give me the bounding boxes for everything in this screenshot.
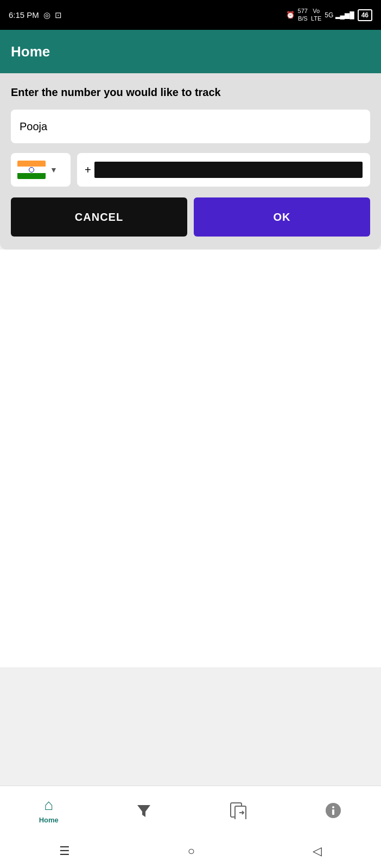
home-icon: ⌂ [44,796,53,814]
home-system-icon[interactable]: ○ [188,844,195,858]
back-icon[interactable]: ◁ [313,844,322,858]
ok-button[interactable]: OK [194,197,370,237]
phone-number-masked [94,162,363,178]
network-speed: 577B/S [298,8,308,22]
notification-icon: ◎ [43,10,50,20]
svg-point-5 [332,806,334,808]
nav-home-label: Home [39,816,59,824]
phone-row: ▼ + [11,153,370,187]
nav-item-transfer[interactable] [230,802,247,819]
phone-input-container[interactable]: + [77,153,370,187]
time-display: 6:15 PM [9,10,39,20]
cancel-button[interactable]: CANCEL [11,197,187,237]
volte-label: VoLTE [311,8,321,22]
nav-item-home[interactable]: ⌂ Home [39,796,59,824]
dialog-container: Enter the number you would like to track… [0,73,381,250]
phone-prefix: + [85,164,91,176]
transfer-icon [230,802,247,819]
ashoka-chakra [29,167,34,173]
extra-icon: ⊡ [55,10,62,20]
flag-orange-stripe [17,161,46,167]
name-input[interactable] [11,110,370,143]
menu-icon[interactable]: ☰ [59,844,70,858]
alarm-icon: ⏰ [286,11,295,19]
nav-item-info[interactable] [325,802,342,819]
info-icon [325,802,342,819]
status-right: ⏰ 577B/S VoLTE 5G ▂▄▆█ 46 [286,8,372,22]
flag-green-stripe [17,173,46,179]
main-content [0,250,381,667]
app-bar-title: Home [11,43,50,60]
svg-rect-6 [332,809,334,815]
india-flag [17,161,46,179]
flag-white-stripe [17,167,46,173]
country-picker[interactable]: ▼ [11,153,71,187]
signal-strength: 5G ▂▄▆█ [325,11,354,19]
bottom-nav: ⌂ Home [0,786,381,834]
status-bar: 6:15 PM ◎ ⊡ ⏰ 577B/S VoLTE 5G ▂▄▆█ 46 [0,0,381,30]
app-bar: Home [0,30,381,73]
svg-marker-0 [137,805,150,817]
dropdown-arrow-icon: ▼ [50,165,58,174]
buttons-row: CANCEL OK [11,197,370,237]
status-left: 6:15 PM ◎ ⊡ [9,10,62,20]
filter-icon [136,803,151,818]
dialog-title: Enter the number you would like to track [11,86,370,99]
system-nav: ☰ ○ ◁ [0,834,381,868]
battery-indicator: 46 [358,9,372,21]
nav-item-filter[interactable] [136,803,151,818]
